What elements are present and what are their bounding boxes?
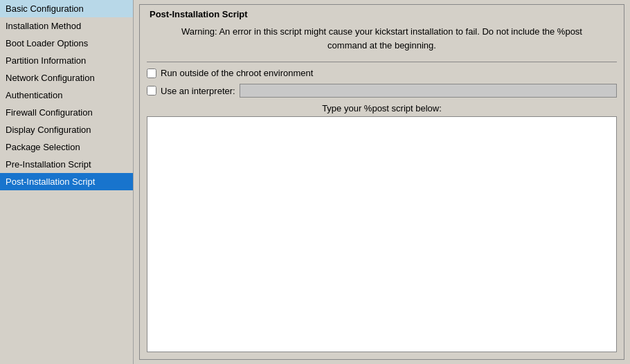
post-installation-script-box: Post-Installation Script Warning: An err…	[139, 4, 624, 360]
sidebar-item-boot-loader-options[interactable]: Boot Loader Options	[0, 35, 133, 52]
sidebar-item-authentication[interactable]: Authentication	[0, 87, 133, 104]
sidebar-item-package-selection[interactable]: Package Selection	[0, 138, 133, 156]
sidebar-item-pre-installation-script[interactable]: Pre-Installation Script	[0, 156, 133, 173]
warning-text: Warning: An error in this script might c…	[147, 22, 617, 59]
sidebar-item-firewall-configuration[interactable]: Firewall Configuration	[0, 104, 133, 121]
sidebar-item-basic-configuration[interactable]: Basic Configuration	[0, 0, 133, 17]
script-textarea[interactable]	[147, 116, 617, 352]
script-area-container: Type your %post script below:	[147, 103, 617, 352]
divider	[147, 62, 617, 62]
interpreter-row: Use an interpreter:	[147, 84, 617, 98]
sidebar-item-display-configuration[interactable]: Display Configuration	[0, 121, 133, 138]
interpreter-input[interactable]	[240, 84, 617, 98]
interpreter-checkbox[interactable]	[147, 86, 156, 95]
sidebar-item-partition-information[interactable]: Partition Information	[0, 52, 133, 69]
outside-chroot-label: Run outside of the chroot environment	[161, 68, 313, 78]
outside-chroot-row: Run outside of the chroot environment	[147, 68, 617, 78]
sidebar: Basic ConfigurationInstallation MethodBo…	[0, 0, 134, 364]
sidebar-item-network-configuration[interactable]: Network Configuration	[0, 69, 133, 87]
main-content: Post-Installation Script Warning: An err…	[134, 0, 630, 364]
outside-chroot-checkbox[interactable]	[147, 69, 156, 78]
sidebar-item-post-installation-script[interactable]: Post-Installation Script	[0, 173, 133, 190]
script-label: Type your %post script below:	[147, 103, 617, 113]
section-title: Post-Installation Script	[147, 9, 617, 19]
sidebar-item-installation-method[interactable]: Installation Method	[0, 17, 133, 35]
interpreter-label: Use an interpreter:	[161, 86, 235, 96]
